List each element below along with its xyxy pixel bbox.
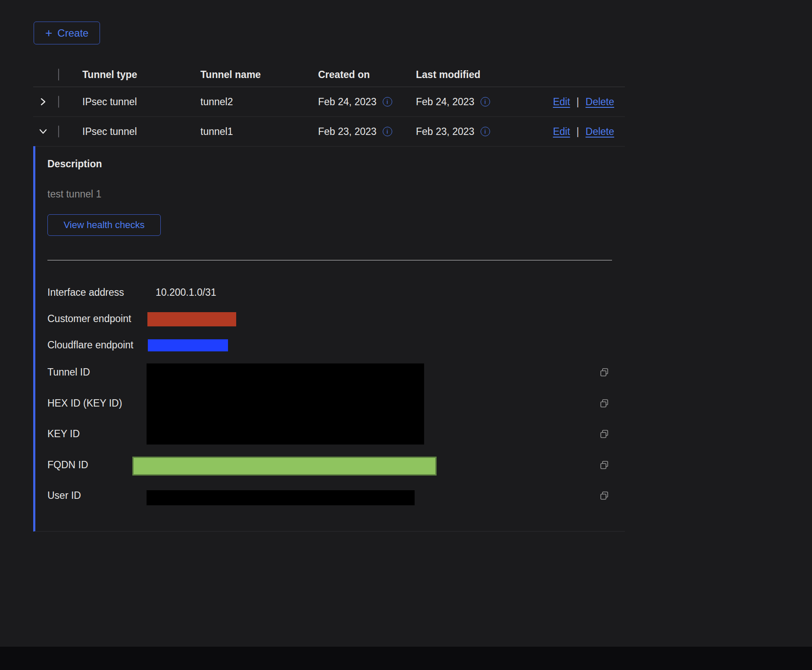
interface-address-value: 10.200.1.0/31 bbox=[156, 287, 216, 298]
info-icon[interactable]: i bbox=[481, 97, 490, 106]
customer-endpoint-label: Customer endpoint bbox=[47, 313, 131, 325]
tunnel-type-cell: IPsec tunnel bbox=[82, 126, 200, 138]
copy-fqdn-id-button[interactable] bbox=[599, 460, 609, 470]
info-icon[interactable]: i bbox=[383, 127, 392, 136]
create-button[interactable]: + Create bbox=[34, 22, 100, 44]
customer-endpoint-redaction bbox=[147, 312, 236, 326]
cloudflare-endpoint-label: Cloudflare endpoint bbox=[47, 339, 133, 351]
tunnel-id-label: Tunnel ID bbox=[47, 366, 90, 378]
user-id-label: User ID bbox=[47, 490, 81, 501]
copy-icon bbox=[599, 429, 609, 439]
last-modified-cell: Feb 23, 2023 bbox=[416, 126, 475, 138]
copy-icon bbox=[599, 460, 609, 470]
tunnel-name-cell: tunnel2 bbox=[200, 96, 318, 108]
tunnel-type-cell: IPsec tunnel bbox=[82, 96, 200, 108]
hex-id-label: HEX ID (KEY ID) bbox=[47, 398, 122, 409]
cloudflare-endpoint-redaction bbox=[148, 339, 228, 351]
header-created-on: Created on bbox=[318, 69, 416, 81]
header-tunnel-type: Tunnel type bbox=[82, 69, 200, 81]
user-id-redaction bbox=[147, 490, 415, 505]
header-tunnel-name: Tunnel name bbox=[200, 69, 318, 81]
copy-icon bbox=[599, 367, 609, 378]
chevron-down-icon bbox=[38, 127, 48, 136]
expand-row-button[interactable] bbox=[33, 97, 57, 106]
table-header-row: Tunnel type Tunnel name Created on Last … bbox=[33, 63, 625, 87]
info-icon[interactable]: i bbox=[481, 127, 490, 136]
create-button-label: Create bbox=[57, 27, 88, 39]
copy-icon bbox=[599, 398, 609, 409]
id-values-redaction bbox=[147, 363, 424, 445]
action-separator: | bbox=[577, 96, 579, 108]
description-label: Description bbox=[47, 158, 102, 170]
table-row: IPsec tunnel tunnel1 Feb 23, 2023 i Feb … bbox=[33, 117, 625, 147]
created-on-cell: Feb 24, 2023 bbox=[318, 96, 377, 108]
plus-icon: + bbox=[45, 27, 52, 39]
tunnels-page: + Create Tunnel type Tunnel name Created… bbox=[0, 0, 812, 670]
row-checkbox[interactable] bbox=[58, 96, 59, 108]
tunnel-detail-panel: Description test tunnel 1 View health ch… bbox=[33, 146, 625, 532]
page-footer-bar bbox=[0, 647, 812, 670]
info-icon[interactable]: i bbox=[383, 97, 392, 106]
copy-user-id-button[interactable] bbox=[599, 491, 609, 501]
key-id-label: KEY ID bbox=[47, 428, 80, 440]
copy-hex-id-button[interactable] bbox=[599, 398, 609, 409]
header-last-modified: Last modified bbox=[416, 69, 614, 81]
copy-icon bbox=[599, 491, 609, 501]
created-on-cell: Feb 23, 2023 bbox=[318, 126, 377, 138]
action-separator: | bbox=[577, 126, 579, 138]
edit-link[interactable]: Edit bbox=[553, 126, 570, 138]
description-value: test tunnel 1 bbox=[47, 188, 101, 200]
collapse-row-button[interactable] bbox=[33, 127, 57, 136]
row-checkbox[interactable] bbox=[58, 125, 59, 138]
table-row: IPsec tunnel tunnel2 Feb 24, 2023 i Feb … bbox=[33, 87, 625, 117]
delete-link[interactable]: Delete bbox=[586, 126, 614, 138]
fqdn-id-redaction bbox=[132, 457, 437, 476]
fqdn-id-label: FQDN ID bbox=[47, 459, 88, 471]
last-modified-cell: Feb 24, 2023 bbox=[416, 96, 475, 108]
tunnels-table: Tunnel type Tunnel name Created on Last … bbox=[33, 63, 625, 147]
tunnel-name-cell: tunnel1 bbox=[200, 126, 318, 138]
view-health-checks-button[interactable]: View health checks bbox=[47, 214, 161, 236]
section-divider bbox=[47, 260, 612, 260]
interface-address-label: Interface address bbox=[47, 287, 124, 298]
edit-link[interactable]: Edit bbox=[553, 96, 570, 108]
delete-link[interactable]: Delete bbox=[586, 96, 614, 108]
select-all-checkbox[interactable] bbox=[58, 69, 59, 81]
copy-tunnel-id-button[interactable] bbox=[599, 367, 609, 378]
copy-key-id-button[interactable] bbox=[599, 429, 609, 439]
chevron-right-icon bbox=[38, 97, 48, 106]
